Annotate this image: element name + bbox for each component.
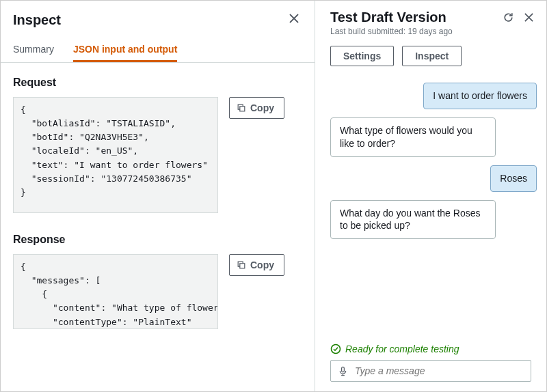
- chat-bubble-user: I want to order flowers: [423, 83, 537, 109]
- response-heading: Response: [13, 234, 308, 246]
- close-icon: [289, 13, 299, 24]
- svg-rect-5: [240, 264, 245, 268]
- message-input-wrapper[interactable]: [330, 360, 531, 382]
- copy-response-button[interactable]: Copy: [229, 254, 284, 276]
- copy-response-label: Copy: [250, 260, 274, 270]
- inspect-body[interactable]: Request { "botAliasId": "TSTALIASID", "b…: [1, 63, 315, 391]
- status-bar: Ready for complete testing: [315, 337, 546, 360]
- copy-icon: [237, 260, 246, 270]
- copy-request-label: Copy: [250, 102, 274, 113]
- refresh-button[interactable]: [503, 12, 514, 27]
- refresh-icon: [503, 12, 514, 23]
- check-circle-icon: [330, 344, 341, 354]
- inspect-button[interactable]: Inspect: [402, 46, 462, 66]
- inspect-title: Inspect: [13, 12, 61, 28]
- svg-rect-3: [240, 107, 245, 111]
- copy-icon: [237, 103, 246, 113]
- copy-request-button[interactable]: Copy: [229, 97, 284, 119]
- svg-rect-9: [342, 367, 345, 372]
- test-title: Test Draft Version: [330, 9, 453, 25]
- response-code[interactable]: { "messages": [ { "content": "What type …: [13, 254, 218, 329]
- request-code[interactable]: { "botAliasId": "TSTALIASID", "botId": "…: [13, 97, 218, 213]
- chat-bubble-bot: What type of flowers would you like to o…: [330, 117, 496, 157]
- close-test-button[interactable]: [524, 12, 534, 26]
- test-subtitle: Last build submitted: 19 days ago: [330, 27, 453, 36]
- test-panel: Test Draft Version Last build submitted:…: [315, 1, 546, 391]
- microphone-icon: [338, 366, 348, 376]
- inspect-tabs: Summary JSON input and output: [1, 37, 315, 63]
- chat-area[interactable]: I want to order flowers What type of flo…: [315, 76, 546, 337]
- settings-button[interactable]: Settings: [330, 46, 394, 66]
- inspect-panel: Inspect Summary JSON input and output Re…: [1, 1, 315, 391]
- close-inspect-button[interactable]: [286, 10, 302, 30]
- tab-summary[interactable]: Summary: [13, 37, 54, 62]
- message-input[interactable]: [355, 365, 524, 376]
- chat-bubble-bot: What day do you want the Roses to be pic…: [330, 200, 496, 240]
- request-heading: Request: [13, 76, 308, 89]
- close-icon: [524, 12, 534, 23]
- status-text: Ready for complete testing: [345, 344, 459, 354]
- tab-json[interactable]: JSON input and output: [73, 37, 177, 62]
- chat-bubble-user: Roses: [490, 165, 537, 192]
